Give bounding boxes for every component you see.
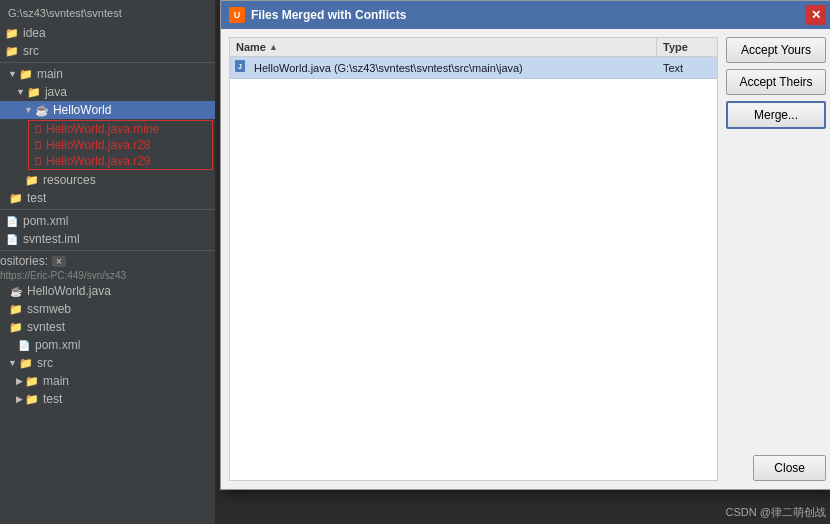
- sidebar-label: ssmweb: [27, 302, 71, 316]
- sidebar-repo-ssmweb[interactable]: 📁 ssmweb: [0, 300, 215, 318]
- folder-icon: 📁: [24, 373, 40, 389]
- conflict-file-icon: 🗒: [33, 140, 43, 151]
- sidebar-item-idea[interactable]: 📁 idea: [0, 24, 215, 42]
- sidebar-item-java[interactable]: ▼ 📁 java: [0, 83, 215, 101]
- iml-file-icon: 📄: [4, 231, 20, 247]
- sidebar-repo-helloworld[interactable]: ☕ HelloWorld.java: [0, 282, 215, 300]
- sidebar-label: HelloWorld.java: [27, 284, 111, 298]
- conflict-files-section: 🗒 HelloWorld.java.mine 🗒 HelloWorld.java…: [28, 120, 213, 170]
- sidebar-label: HelloWorld.java.mine: [46, 122, 159, 136]
- sidebar-label: src: [23, 44, 39, 58]
- xml-file-icon: 📄: [4, 213, 20, 229]
- folder-icon: 📁: [24, 391, 40, 407]
- sidebar-label: test: [27, 191, 46, 205]
- file-row-name: HelloWorld.java (G:\sz43\svntest\svntest…: [250, 60, 657, 76]
- sidebar-label: idea: [23, 26, 46, 40]
- file-table-header: Name ▲ Type: [230, 38, 717, 57]
- dialog-title-icon: U: [229, 7, 245, 23]
- dialog-title: Files Merged with Conflicts: [251, 8, 806, 22]
- sidebar-item-src[interactable]: 📁 src: [0, 42, 215, 60]
- file-row-icon: J: [230, 59, 250, 76]
- xml-file-icon: 📄: [16, 337, 32, 353]
- merge-button[interactable]: Merge...: [726, 101, 826, 129]
- folder-icon: 📁: [8, 319, 24, 335]
- sidebar-repo-url: https://Eric-PC:449/svn/sz43: [0, 269, 215, 282]
- sidebar-item-pomxml[interactable]: 📄 pom.xml: [0, 212, 215, 230]
- folder-icon: 📁: [24, 172, 40, 188]
- folder-icon: 📁: [18, 355, 34, 371]
- table-row[interactable]: J HelloWorld.java (G:\sz43\svntest\svnte…: [230, 57, 717, 79]
- main-content-area: U Files Merged with Conflicts ✕ Name ▲ T…: [215, 0, 830, 524]
- conflict-file-icon: 🗒: [33, 124, 43, 135]
- dialog-content: Name ▲ Type J: [221, 29, 830, 489]
- expand-arrow: ▼: [16, 87, 25, 97]
- file-table: Name ▲ Type J: [229, 37, 718, 481]
- repositories-label: ositories:: [0, 254, 48, 268]
- sort-arrow-icon: ▲: [269, 42, 278, 52]
- sidebar-label: test: [43, 392, 62, 406]
- folder-icon: 📁: [8, 190, 24, 206]
- conflict-file-icon: 🗒: [33, 156, 43, 167]
- sidebar-label: HelloWorld.java.r29: [46, 154, 151, 168]
- column-type-label: Type: [663, 41, 688, 53]
- sidebar-repo-pom[interactable]: 📄 pom.xml: [0, 336, 215, 354]
- sidebar-label: HelloWorld: [53, 103, 111, 117]
- column-name-label: Name: [236, 41, 266, 53]
- sidebar-repo-test[interactable]: ▶ 📁 test: [0, 390, 215, 408]
- close-footer-button[interactable]: Close: [753, 455, 826, 481]
- folder-icon: 📁: [4, 25, 20, 41]
- sidebar-label: HelloWorld.java.r28: [46, 138, 151, 152]
- folder-icon: 📁: [18, 66, 34, 82]
- sidebar-repo-src[interactable]: ▼ 📁 src: [0, 354, 215, 372]
- dialog-action-buttons: Accept Yours Accept Theirs Merge...: [726, 37, 826, 481]
- svg-text:J: J: [238, 63, 242, 70]
- sidebar-repositories-header[interactable]: ositories: ×: [0, 253, 215, 269]
- sidebar-label: java: [45, 85, 67, 99]
- folder-icon: 📁: [26, 84, 42, 100]
- sidebar-repo-svntest[interactable]: 📁 svntest: [0, 318, 215, 336]
- dialog-titlebar: U Files Merged with Conflicts ✕: [221, 1, 830, 29]
- accept-yours-button[interactable]: Accept Yours: [726, 37, 826, 63]
- sidebar-label: pom.xml: [35, 338, 80, 352]
- expand-arrow: ▼: [8, 69, 17, 79]
- file-table-body: J HelloWorld.java (G:\sz43\svntest\svnte…: [230, 57, 717, 480]
- expand-arrow: ▼: [24, 105, 33, 115]
- repo-url-label: https://Eric-PC:449/svn/sz43: [0, 270, 126, 281]
- sidebar-item-resources[interactable]: 📁 resources: [0, 171, 215, 189]
- sidebar-label: main: [43, 374, 69, 388]
- tab-close[interactable]: ×: [52, 256, 66, 267]
- sidebar-label: resources: [43, 173, 96, 187]
- sidebar-label: main: [37, 67, 63, 81]
- sidebar-label: src: [37, 356, 53, 370]
- ide-path: G:\sz43\svntest\svntest: [0, 4, 215, 24]
- sidebar-item-r28[interactable]: 🗒 HelloWorld.java.r28: [29, 137, 212, 153]
- expand-arrow: ▶: [16, 376, 23, 386]
- sidebar-item-r29[interactable]: 🗒 HelloWorld.java.r29: [29, 153, 212, 169]
- sidebar-item-iml[interactable]: 📄 svntest.iml: [0, 230, 215, 248]
- sidebar-item-helloworld[interactable]: ▼ ☕ HelloWorld: [0, 101, 215, 119]
- sidebar-label: svntest: [27, 320, 65, 334]
- watermark: CSDN @律二萌创战: [726, 505, 826, 520]
- java-file-icon: ☕: [8, 283, 24, 299]
- folder-icon: 📁: [4, 43, 20, 59]
- sidebar-item-main[interactable]: ▼ 📁 main: [0, 65, 215, 83]
- column-type: Type: [657, 38, 717, 56]
- sidebar-item-test[interactable]: 📁 test: [0, 189, 215, 207]
- java-file-icon: ☕: [34, 102, 50, 118]
- sidebar-repo-main[interactable]: ▶ 📁 main: [0, 372, 215, 390]
- conflict-dialog: U Files Merged with Conflicts ✕ Name ▲ T…: [220, 0, 830, 490]
- column-name: Name ▲: [230, 38, 657, 56]
- folder-icon: 📁: [8, 301, 24, 317]
- sidebar-label: svntest.iml: [23, 232, 80, 246]
- sidebar-item-mine[interactable]: 🗒 HelloWorld.java.mine: [29, 121, 212, 137]
- ide-sidebar: G:\sz43\svntest\svntest 📁 idea 📁 src ▼ 📁…: [0, 0, 215, 524]
- expand-arrow: ▶: [16, 394, 23, 404]
- dialog-footer: Close: [753, 455, 826, 481]
- dialog-close-button[interactable]: ✕: [806, 5, 826, 25]
- file-row-type: Text: [657, 60, 717, 76]
- accept-theirs-button[interactable]: Accept Theirs: [726, 69, 826, 95]
- expand-arrow: ▼: [8, 358, 17, 368]
- sidebar-label: pom.xml: [23, 214, 68, 228]
